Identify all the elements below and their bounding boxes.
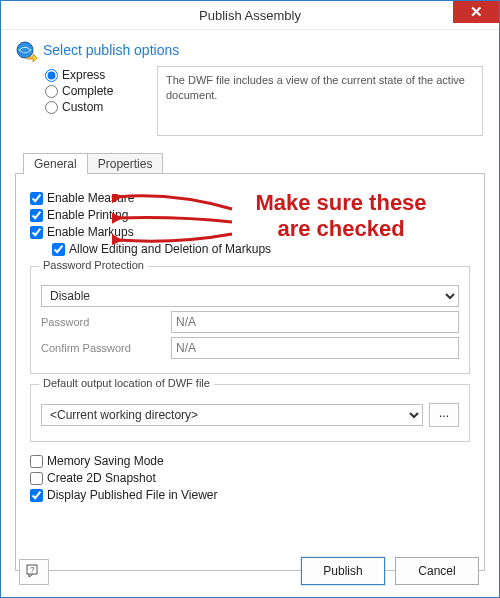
checkbox-enable-printing[interactable]: Enable Printing [30, 208, 470, 222]
checkbox-enable-measure-label: Enable Measure [47, 191, 134, 205]
tab-properties[interactable]: Properties [87, 153, 164, 174]
label-password: Password [41, 316, 171, 328]
section-title: Select publish options [43, 42, 179, 58]
checkbox-enable-markups-label: Enable Markups [47, 225, 134, 239]
label-confirm-password: Confirm Password [41, 342, 171, 354]
svg-text:?: ? [30, 565, 35, 574]
publish-button[interactable]: Publish [301, 557, 385, 585]
checkbox-create-snapshot-input[interactable] [30, 472, 43, 485]
checkbox-display-in-viewer-input[interactable] [30, 489, 43, 502]
checkbox-enable-printing-label: Enable Printing [47, 208, 128, 222]
fieldset-password-protection: Password Protection Disable Password Con… [30, 266, 470, 374]
checkbox-enable-printing-input[interactable] [30, 209, 43, 222]
checkbox-memory-saving-input[interactable] [30, 455, 43, 468]
select-password-protection[interactable]: Disable [41, 285, 459, 307]
checkbox-enable-markups[interactable]: Enable Markups [30, 225, 470, 239]
select-output-location[interactable]: <Current working directory> [41, 404, 423, 426]
help-button[interactable]: ? [19, 559, 49, 585]
publish-mode-row: Express Complete Custom The DWF file inc… [45, 66, 485, 136]
checkbox-enable-measure[interactable]: Enable Measure [30, 191, 470, 205]
radio-complete[interactable]: Complete [45, 84, 155, 98]
browse-button[interactable]: ... [429, 403, 459, 427]
radio-complete-input[interactable] [45, 85, 58, 98]
legend-password-protection: Password Protection [39, 259, 148, 271]
checkbox-memory-saving[interactable]: Memory Saving Mode [30, 454, 470, 468]
checkbox-allow-markup-edit-label: Allow Editing and Deletion of Markups [69, 242, 271, 256]
radio-express[interactable]: Express [45, 68, 155, 82]
checkbox-enable-measure-input[interactable] [30, 192, 43, 205]
window-title: Publish Assembly [199, 8, 301, 23]
legend-output-location: Default output location of DWF file [39, 377, 214, 389]
tab-strip: General Properties [23, 153, 485, 174]
radio-custom-input[interactable] [45, 101, 58, 114]
tab-general[interactable]: General [23, 153, 88, 174]
checkbox-create-snapshot-label: Create 2D Snapshot [47, 471, 156, 485]
checkbox-allow-markup-edit[interactable]: Allow Editing and Deletion of Markups [52, 242, 470, 256]
cancel-button-label: Cancel [418, 564, 455, 578]
radio-express-label: Express [62, 68, 105, 82]
close-icon: ✕ [470, 3, 483, 21]
checkbox-display-in-viewer[interactable]: Display Published File in Viewer [30, 488, 470, 502]
close-button[interactable]: ✕ [453, 1, 499, 23]
help-icon: ? [26, 564, 42, 581]
tab-panel-general: Enable Measure Enable Printing Enable Ma… [15, 173, 485, 571]
globe-publish-icon [15, 40, 37, 62]
publish-button-label: Publish [323, 564, 362, 578]
radio-custom[interactable]: Custom [45, 100, 155, 114]
radio-complete-label: Complete [62, 84, 113, 98]
dialog-button-row: Publish Cancel [291, 557, 479, 585]
checkbox-display-in-viewer-label: Display Published File in Viewer [47, 488, 218, 502]
checkbox-memory-saving-label: Memory Saving Mode [47, 454, 164, 468]
mode-description: The DWF file includes a view of the curr… [157, 66, 483, 136]
checkbox-create-snapshot[interactable]: Create 2D Snapshot [30, 471, 470, 485]
browse-button-label: ... [439, 406, 449, 420]
radio-custom-label: Custom [62, 100, 103, 114]
cancel-button[interactable]: Cancel [395, 557, 479, 585]
radio-express-input[interactable] [45, 69, 58, 82]
content-area: Select publish options Express Complete … [1, 30, 499, 571]
checkbox-enable-markups-input[interactable] [30, 226, 43, 239]
fieldset-output-location: Default output location of DWF file <Cur… [30, 384, 470, 442]
dialog-window: Publish Assembly ✕ Select publish option… [0, 0, 500, 598]
checkbox-allow-markup-edit-input[interactable] [52, 243, 65, 256]
input-confirm-password [171, 337, 459, 359]
titlebar: Publish Assembly ✕ [1, 1, 499, 30]
input-password [171, 311, 459, 333]
